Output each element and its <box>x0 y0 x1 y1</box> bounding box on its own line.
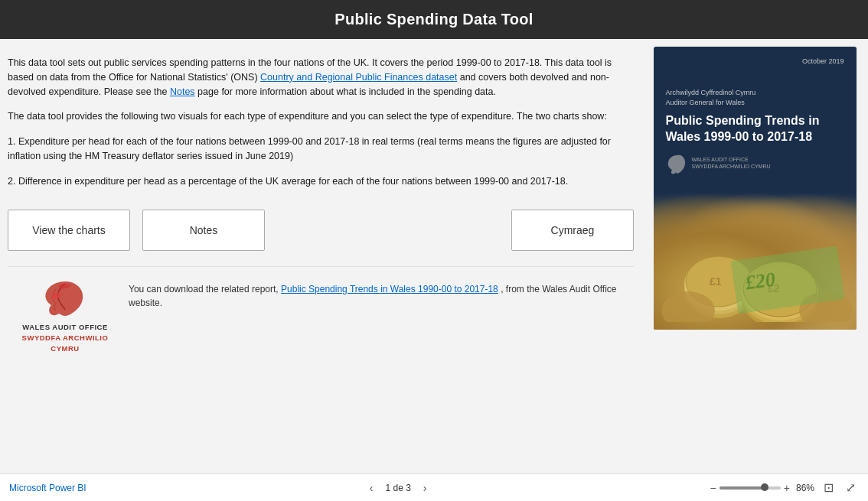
left-panel: This data tool sets out public services … <box>0 39 646 473</box>
cover-coins-image: £1 £2 £20 <box>654 192 857 330</box>
fullscreen-exit-icon[interactable]: ⊡ <box>821 479 837 496</box>
wales-audit-logo: WALES AUDIT OFFICE SWYDDFA ARCHWILIO CYM… <box>15 278 115 354</box>
cover-logo-text: WALES AUDIT OFFICESWYDDFA ARCHWILIO CYMR… <box>692 157 771 170</box>
zoom-controls: − + 86% <box>710 482 814 494</box>
notes-button[interactable]: Notes <box>142 210 265 251</box>
next-page-button[interactable]: › <box>419 480 432 496</box>
svg-text:£1: £1 <box>710 275 722 288</box>
cover-subtitle: Archwilydd Cyffredinol Cymru Auditor Gen… <box>666 88 844 107</box>
zoom-minus-button[interactable]: − <box>710 482 716 494</box>
bottom-bar-left: Microsoft Power BI <box>9 483 86 493</box>
logo-english-text: WALES AUDIT OFFICE <box>22 323 108 332</box>
report-download-link[interactable]: Public Spending Trends in Wales 1990-00 … <box>281 284 498 294</box>
point-2: 2. Difference in expenditure per head as… <box>8 174 634 189</box>
expand-icon[interactable]: ⤢ <box>843 479 859 496</box>
zoom-percent: 86% <box>796 483 814 493</box>
logo-welsh-text: SWYDDFA ARCHWILIO CYMRU <box>15 333 115 355</box>
bottom-bar: Microsoft Power BI ‹ 1 de 3 › − + 86% ⊡ … <box>0 473 868 501</box>
main-content: This data tool sets out public services … <box>0 39 868 473</box>
notes-link[interactable]: Notes <box>170 86 195 97</box>
intro-paragraph-1: This data tool sets out public services … <box>8 56 634 99</box>
page-indicator: 1 de 3 <box>385 483 410 493</box>
zoom-slider[interactable] <box>720 486 781 490</box>
point-1: 1. Expenditure per head for each of the … <box>8 135 634 164</box>
cover-logo-area: WALES AUDIT OFFICESWYDDFA ARCHWILIO CYMR… <box>666 153 844 174</box>
cover-title: Public Spending Trends in Wales 1999-00 … <box>666 113 844 145</box>
svg-text:£20: £20 <box>743 268 777 294</box>
cover-logo-icon <box>666 153 687 174</box>
intro-paragraph-2: The data tool provides the following two… <box>8 109 634 124</box>
page-header: Public Spending Data Tool <box>0 0 868 39</box>
zoom-plus-button[interactable]: + <box>784 482 790 494</box>
cymraeg-button[interactable]: Cymraeg <box>511 210 634 251</box>
view-charts-button[interactable]: View the charts <box>8 210 130 251</box>
footer-download-text: You can download the related report, Pub… <box>129 278 626 310</box>
footer-section: WALES AUDIT OFFICE SWYDDFA ARCHWILIO CYM… <box>8 266 634 354</box>
cover-date: October 2019 <box>666 57 844 65</box>
coins-graphic: £1 £2 £20 <box>654 192 857 330</box>
bottom-bar-right: − + 86% ⊡ ⤢ <box>710 479 859 496</box>
book-cover: October 2019 Archwilydd Cyffredinol Cymr… <box>654 47 857 330</box>
page-title: Public Spending Data Tool <box>334 11 533 28</box>
country-regional-link[interactable]: Country and Regional Public Finances dat… <box>260 72 457 83</box>
coins-svg: £1 £2 £20 <box>658 192 857 322</box>
action-buttons-row: View the charts Notes Cymraeg <box>8 210 634 251</box>
right-panel: October 2019 Archwilydd Cyffredinol Cymr… <box>646 39 868 473</box>
wales-audit-bird-icon <box>42 278 88 320</box>
prev-page-button[interactable]: ‹ <box>365 480 378 496</box>
bottom-bar-center: ‹ 1 de 3 › <box>365 480 432 496</box>
microsoft-powerbi-link[interactable]: Microsoft Power BI <box>9 483 86 493</box>
